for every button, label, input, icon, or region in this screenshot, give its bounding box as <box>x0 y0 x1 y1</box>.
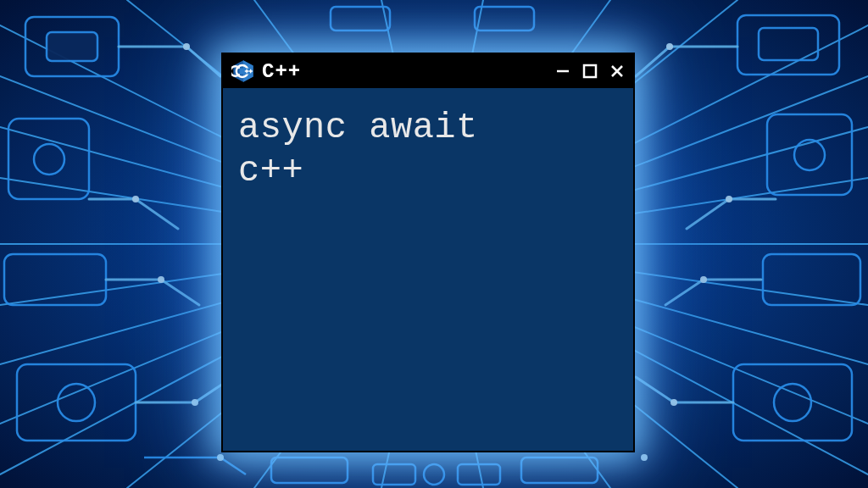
svg-rect-13 <box>733 364 852 441</box>
svg-rect-18 <box>458 464 500 485</box>
terminal-window: C++ async await c++ <box>221 53 635 452</box>
svg-point-17 <box>424 464 444 485</box>
svg-rect-5 <box>4 254 106 305</box>
cpp-logo-icon <box>231 59 255 83</box>
terminal-content: async await c++ <box>238 107 618 193</box>
window-title: C++ <box>262 60 547 83</box>
maximize-button[interactable] <box>581 62 599 80</box>
svg-rect-1 <box>25 17 119 76</box>
svg-point-22 <box>183 43 190 50</box>
minimize-button[interactable] <box>554 62 572 80</box>
window-controls <box>554 62 626 80</box>
svg-rect-8 <box>737 15 839 75</box>
svg-rect-12 <box>763 254 860 305</box>
svg-rect-36 <box>584 65 596 77</box>
titlebar[interactable]: C++ <box>223 54 633 88</box>
svg-rect-16 <box>373 464 415 485</box>
svg-rect-20 <box>331 7 390 30</box>
svg-point-24 <box>132 196 139 202</box>
svg-rect-19 <box>521 458 598 483</box>
svg-rect-15 <box>271 458 348 483</box>
svg-point-25 <box>726 196 732 202</box>
window-body: async await c++ <box>223 88 633 451</box>
svg-point-30 <box>217 454 224 461</box>
svg-point-23 <box>666 43 673 50</box>
svg-point-29 <box>670 399 677 406</box>
svg-rect-2 <box>47 32 97 61</box>
svg-rect-6 <box>17 364 136 441</box>
svg-point-11 <box>794 140 825 170</box>
svg-point-31 <box>641 454 648 461</box>
svg-point-7 <box>58 384 95 421</box>
svg-point-14 <box>774 384 811 421</box>
svg-rect-10 <box>767 114 852 195</box>
svg-point-27 <box>700 276 707 283</box>
svg-point-4 <box>34 144 64 175</box>
svg-rect-3 <box>8 119 89 199</box>
close-button[interactable] <box>608 62 626 80</box>
svg-point-26 <box>158 276 164 283</box>
svg-rect-21 <box>475 7 534 30</box>
svg-point-28 <box>192 399 198 406</box>
svg-rect-9 <box>759 28 818 60</box>
